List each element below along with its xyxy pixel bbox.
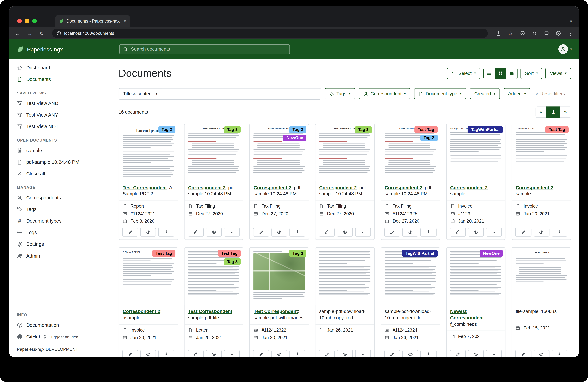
view-button[interactable] (206, 350, 222, 357)
suggest-idea-link[interactable]: Suggest an idea (43, 334, 78, 339)
sidebar-item-open-doc-sample[interactable]: sample (9, 145, 111, 156)
select-button[interactable]: Select ▾ (447, 68, 480, 79)
download-button[interactable] (420, 350, 436, 357)
edit-button[interactable] (253, 228, 269, 237)
sidebar-item-correspondents[interactable]: Correspondents (9, 192, 111, 203)
new-tab-button[interactable]: + (136, 19, 140, 25)
grid-view-button[interactable] (495, 68, 506, 79)
sidebar-item-admin[interactable]: Admin (9, 250, 111, 261)
edit-button[interactable] (253, 350, 269, 357)
tag-badge[interactable]: Tag 3 (224, 126, 241, 133)
card-thumbnail[interactable]: Adobe Acrobat PDF Files Tag 3 (184, 124, 243, 181)
site-info-icon[interactable] (56, 31, 61, 36)
document-card[interactable]: Tag 3 Test Correspondent: sample-pdf-wit… (250, 247, 309, 357)
download-button[interactable] (224, 228, 240, 237)
zoom-window-button[interactable] (32, 19, 37, 23)
tag-badge[interactable]: Tag 3 (355, 126, 372, 133)
edit-button[interactable] (319, 228, 335, 237)
document-card[interactable]: A Simple PDF File Test Tag Correspondent… (512, 123, 571, 240)
document-card[interactable]: TagWithPartial sample-pdf-download-10-mb… (380, 247, 440, 357)
document-card[interactable]: sample-pdf-download-10-mb copy_red Jan 2… (315, 247, 375, 357)
views-button[interactable]: Views ▾ (545, 68, 571, 79)
document-card[interactable]: Test TagTag 3 Test Correspondent: sample… (184, 247, 244, 357)
tag-badge[interactable]: Test Tag (414, 126, 437, 133)
view-button[interactable] (271, 350, 287, 357)
edit-button[interactable] (515, 228, 531, 237)
card-thumbnail[interactable] (315, 248, 374, 305)
search-input[interactable] (131, 46, 286, 52)
filter-text-input[interactable] (162, 88, 321, 100)
view-button[interactable] (140, 350, 156, 357)
view-button[interactable] (402, 350, 418, 357)
card-correspondent-link[interactable]: Test Correspondent (254, 309, 298, 314)
download-button[interactable] (355, 350, 371, 357)
sidebar-item-saved-view-and[interactable]: Test View AND (9, 98, 111, 109)
created-filter-button[interactable]: Created ▾ (470, 88, 500, 99)
card-thumbnail[interactable]: Tag 3 (250, 248, 309, 305)
edit-button[interactable] (384, 350, 400, 357)
card-correspondent-link[interactable]: Correspondent 2 (450, 185, 488, 190)
document-card[interactable]: A Simple PDF File TagWithPartial Corresp… (446, 123, 506, 240)
title-content-dropdown[interactable]: Title & content ▾ (119, 88, 162, 100)
card-thumbnail[interactable]: A Simple PDF File TagWithPartial (446, 124, 505, 181)
sidebar-item-saved-view-not[interactable]: Test View NOT (9, 121, 111, 132)
side-panel-icon[interactable] (543, 31, 550, 36)
address-bar[interactable]: localhost:4200/documents (52, 29, 488, 38)
edit-button[interactable] (122, 228, 138, 237)
correspondent-filter-button[interactable]: Correspondent ▾ (359, 88, 410, 99)
next-page-button[interactable]: » (560, 106, 571, 118)
view-button[interactable] (533, 350, 549, 357)
document-card[interactable]: Adobe Acrobat PDF Files Test TagTag 2 Co… (380, 123, 440, 240)
sidebar-item-logs[interactable]: Logs (9, 227, 111, 238)
tag-badge[interactable]: Tag 3 (224, 258, 241, 265)
tag-badge[interactable]: Tag 2 (420, 134, 437, 141)
document-card[interactable]: Lorem Ipsum Tag 2 Test Correspondent: A … (119, 123, 178, 240)
sidebar-item-open-doc-pdf-sample[interactable]: pdf-sample 10.24.48 PM (9, 156, 111, 168)
extension-circle-icon[interactable] (519, 31, 526, 36)
edit-button[interactable] (122, 350, 138, 357)
card-correspondent-link[interactable]: Newest Correspondent (450, 309, 484, 321)
tab-search-chevron-icon[interactable]: ▾ (570, 20, 572, 23)
document-card[interactable]: Adobe Acrobat PDF Files Tag 2NewOne Corr… (250, 123, 309, 240)
tag-badge[interactable]: NewOne (283, 134, 306, 141)
edit-button[interactable] (384, 228, 400, 237)
list-view-button[interactable] (483, 68, 495, 79)
tag-badge[interactable]: Test Tag (152, 250, 175, 257)
edit-button[interactable] (515, 350, 531, 357)
download-button[interactable] (355, 228, 371, 237)
view-button[interactable] (533, 228, 549, 237)
sort-button[interactable]: Sort ▾ (520, 68, 542, 79)
edit-button[interactable] (319, 350, 335, 357)
sidebar-item-documentation[interactable]: Documentation (9, 319, 111, 331)
user-menu[interactable]: ▾ (559, 44, 579, 54)
document-card[interactable]: Adobe Acrobat PDF Files Tag 3 Correspond… (184, 123, 244, 240)
reload-icon[interactable]: ↻ (38, 31, 45, 36)
card-correspondent-link[interactable]: Correspondent 2 (123, 309, 160, 314)
added-filter-button[interactable]: Added ▾ (504, 88, 530, 99)
download-button[interactable] (420, 228, 436, 237)
card-correspondent-link[interactable]: Correspondent 2 (319, 185, 357, 190)
reset-filters-button[interactable]: × Reset filters (536, 91, 565, 96)
card-thumbnail[interactable]: A Simple PDF File Test Tag (119, 248, 178, 305)
card-thumbnail[interactable]: Lorem Ipsum Tag 2 (119, 124, 178, 181)
download-button[interactable] (486, 350, 502, 357)
card-correspondent-link[interactable]: Correspondent 2 (385, 185, 422, 190)
card-thumbnail[interactable]: Adobe Acrobat PDF Files Tag 3 (315, 124, 374, 181)
tag-badge[interactable]: NewOne (480, 250, 503, 257)
edit-button[interactable] (188, 350, 204, 357)
tag-badge[interactable]: Test Tag (546, 126, 568, 133)
view-button[interactable] (468, 350, 484, 357)
card-thumbnail[interactable]: NewOne (446, 248, 505, 305)
download-button[interactable] (158, 228, 174, 237)
download-button[interactable] (486, 228, 502, 237)
bookmark-star-icon[interactable]: ☆ (507, 31, 514, 36)
card-correspondent-link[interactable]: Correspondent 2 (516, 185, 553, 190)
sidebar-item-documents[interactable]: Documents (9, 73, 111, 85)
tag-badge[interactable]: Tag 2 (158, 126, 175, 133)
card-thumbnail[interactable]: Test TagTag 3 (184, 248, 243, 305)
previous-page-button[interactable]: « (536, 106, 547, 118)
document-card[interactable]: NewOne Newest Correspondent: f_combineds… (446, 247, 506, 357)
forward-icon[interactable]: → (26, 31, 33, 36)
view-button[interactable] (402, 228, 418, 237)
sidebar-item-settings[interactable]: Settings (9, 238, 111, 250)
